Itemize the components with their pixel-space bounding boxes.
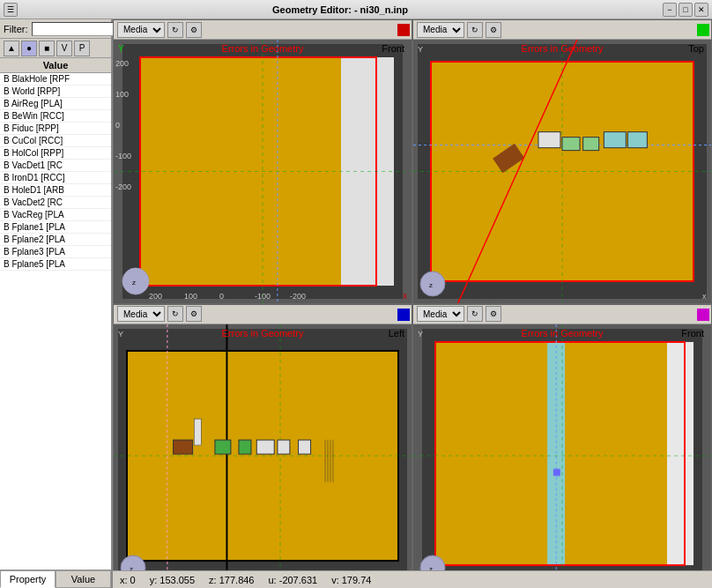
property-tab[interactable]: Property xyxy=(0,570,56,588)
viewport-3: Media ↻ ⚙ Errors in Geometry Left xyxy=(113,304,412,589)
vp1-refresh-button[interactable]: ↻ xyxy=(167,22,183,38)
viewport-3-canvas[interactable] xyxy=(114,324,412,588)
body-list-item[interactable]: B Fplane1 [PLA xyxy=(0,221,111,234)
viewport-4: Media ↻ ⚙ Errors in Geometry Front xyxy=(412,304,712,589)
main-layout: Filter: ✕ ▲ ● ■ V P Value B BlakHole [RP… xyxy=(0,19,712,588)
vp3-view-label: Left xyxy=(389,328,404,339)
close-button[interactable]: ✕ xyxy=(694,3,708,17)
circle-icon-button[interactable]: ● xyxy=(21,41,37,56)
viewport-1-toolbar: Media ↻ ⚙ xyxy=(114,20,412,40)
vp1-error-label: Errors in Geometry xyxy=(222,43,304,54)
viewport-1-canvas[interactable] xyxy=(114,40,412,303)
vp1-settings-button[interactable]: ⚙ xyxy=(186,22,202,38)
value-header: Value xyxy=(0,58,111,73)
property-tabs: Property Value xyxy=(0,569,111,588)
vp1-indicator xyxy=(397,24,410,36)
triangle-icon-button[interactable]: ▲ xyxy=(4,41,19,56)
viewport-4-media-select[interactable]: Media xyxy=(417,306,464,322)
viewport-1-content[interactable]: Errors in Geometry Front xyxy=(114,40,412,303)
body-list-item[interactable]: B AirReg [PLA] xyxy=(0,98,111,110)
body-list[interactable]: B BlakHole [RPFB World [RPP]B AirReg [PL… xyxy=(0,73,111,569)
vp4-view-label: Front xyxy=(681,328,704,339)
V-icon-button[interactable]: V xyxy=(56,41,72,56)
value-tab[interactable]: Value xyxy=(56,570,111,588)
body-list-item[interactable]: B VacDet1 [RC xyxy=(0,160,111,172)
square-icon-button[interactable]: ■ xyxy=(39,41,55,56)
vp2-settings-button[interactable]: ⚙ xyxy=(486,22,501,38)
vp3-indicator xyxy=(397,309,410,321)
window-controls-left: ☰ xyxy=(4,3,18,17)
body-list-item[interactable]: B HolCol [RPP] xyxy=(0,147,111,160)
viewport-2-content[interactable]: Errors in Geometry Top xyxy=(413,40,711,303)
body-list-item[interactable]: B CuCol [RCC] xyxy=(0,135,111,147)
vp3-error-label: Errors in Geometry xyxy=(222,328,304,339)
vp2-refresh-button[interactable]: ↻ xyxy=(467,22,483,38)
body-list-item[interactable]: B Fiduc [RPP] xyxy=(0,123,111,135)
icon-toolbar: ▲ ● ■ V P xyxy=(0,39,111,58)
status-bar: x: 0 y: 153.055 z: 177.846 u: -207.631 v… xyxy=(113,570,712,588)
P-icon-button[interactable]: P xyxy=(74,41,90,56)
vp4-error-label: Errors in Geometry xyxy=(522,328,604,339)
window-title: Geometry Editor: - ni30_n.inp xyxy=(18,4,663,15)
status-v: v: 179.74 xyxy=(331,575,371,585)
viewport-4-canvas[interactable] xyxy=(413,324,711,588)
vp2-indicator xyxy=(697,24,709,36)
window-menu-button[interactable]: ☰ xyxy=(4,3,18,17)
viewport-2-toolbar: Media ↻ ⚙ xyxy=(413,20,711,40)
status-u: u: -207.631 xyxy=(268,575,317,585)
viewport-1-media-select[interactable]: Media xyxy=(117,22,165,38)
viewport-3-content[interactable]: Errors in Geometry Left xyxy=(114,324,412,588)
window-controls-right: − □ ✕ xyxy=(663,3,708,17)
viewport-4-toolbar: Media ↻ ⚙ xyxy=(413,305,711,324)
body-list-item[interactable]: B BlakHole [RPF xyxy=(0,73,111,86)
left-panel: Filter: ✕ ▲ ● ■ V P Value B BlakHole [RP… xyxy=(0,19,113,588)
viewport-2-canvas[interactable] xyxy=(413,40,711,303)
minimize-button[interactable]: − xyxy=(663,3,677,17)
body-list-item[interactable]: B BeWin [RCC] xyxy=(0,110,111,123)
status-y: y: 153.055 xyxy=(150,575,195,585)
viewport-4-content[interactable]: Errors in Geometry Front xyxy=(413,324,711,588)
viewport-1: Media ↻ ⚙ Errors in Geometry Front xyxy=(113,19,412,304)
body-list-item[interactable]: B Fplane2 [PLA xyxy=(0,234,111,246)
body-list-item[interactable]: B HoleD1 [ARB xyxy=(0,184,111,197)
filter-bar: Filter: ✕ xyxy=(0,19,111,39)
titlebar: ☰ Geometry Editor: - ni30_n.inp − □ ✕ xyxy=(0,0,712,19)
viewport-3-media-select[interactable]: Media xyxy=(117,306,165,322)
vp4-indicator xyxy=(697,309,709,321)
vp2-error-label: Errors in Geometry xyxy=(522,43,604,54)
filter-label: Filter: xyxy=(4,24,28,34)
maximize-button[interactable]: □ xyxy=(679,3,693,17)
viewport-2: Media ↻ ⚙ Errors in Geometry Top xyxy=(412,19,712,304)
status-x: x: 0 xyxy=(120,575,136,585)
vp4-settings-button[interactable]: ⚙ xyxy=(486,306,501,322)
body-list-item[interactable]: B World [RPP] xyxy=(0,86,111,98)
status-z: z: 177.846 xyxy=(209,575,254,585)
body-list-item[interactable]: B Fplane5 [PLA xyxy=(0,258,111,271)
vp1-view-label: Front xyxy=(382,43,404,54)
viewport-area: Media ↻ ⚙ Errors in Geometry Front Media… xyxy=(113,19,712,588)
vp4-refresh-button[interactable]: ↻ xyxy=(467,306,483,322)
vp2-view-label: Top xyxy=(688,43,704,54)
vp3-refresh-button[interactable]: ↻ xyxy=(167,306,183,322)
vp3-settings-button[interactable]: ⚙ xyxy=(186,306,202,322)
body-list-item[interactable]: B IronD1 [RCC] xyxy=(0,172,111,184)
body-list-item[interactable]: B VacDet2 [RC xyxy=(0,197,111,209)
body-list-item[interactable]: B Fplane3 [PLA xyxy=(0,246,111,258)
body-list-item[interactable]: B VacReg [PLA xyxy=(0,209,111,221)
viewport-3-toolbar: Media ↻ ⚙ xyxy=(114,305,412,324)
viewport-2-media-select[interactable]: Media xyxy=(417,22,464,38)
